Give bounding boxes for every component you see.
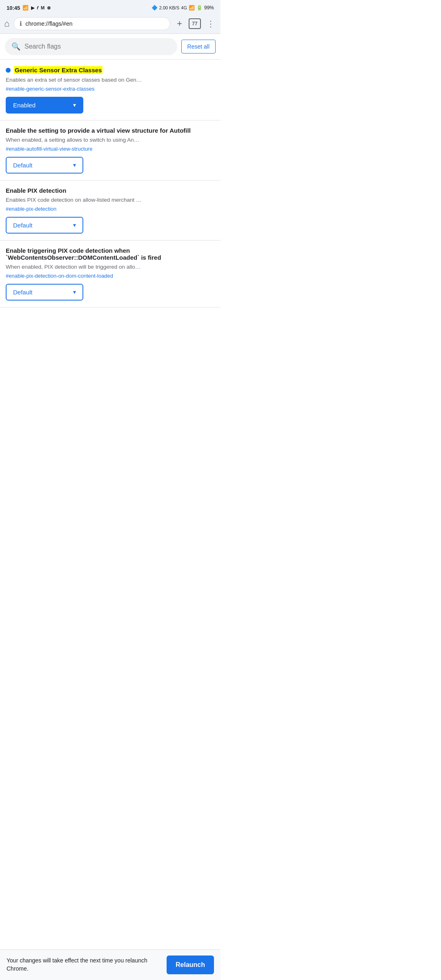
info-icon: ℹ [20, 20, 22, 27]
flag-dropdown-1[interactable]: Enabled ▾ [6, 97, 83, 114]
dropdown-value-4: Default [13, 289, 33, 296]
home-icon[interactable]: ⌂ [4, 18, 9, 29]
dropdown-value-1: Enabled [13, 102, 36, 109]
flag-link-3[interactable]: #enable-pix-detection [6, 206, 215, 212]
flag-title-row-4: Enable triggering PIX code detection whe… [6, 247, 215, 261]
search-input[interactable] [24, 43, 171, 50]
network-type: 4G [181, 5, 187, 10]
flag-dropdown-4[interactable]: Default ▾ [6, 284, 83, 301]
status-bar: 10:45 📶 ▶ f M ⊗ 🔷 2.00 KB/S 4G 📶 🔋 99% [0, 0, 220, 15]
flag-item-pix: Enable PIX detection Enables PIX code de… [0, 180, 220, 241]
add-tab-button[interactable]: + [174, 18, 185, 30]
dropdown-value-3: Default [13, 222, 33, 229]
status-right: 🔷 2.00 KB/S 4G 📶 🔋 99% [151, 5, 214, 11]
flag-link-4[interactable]: #enable-pix-detection-on-dom-content-loa… [6, 273, 215, 279]
tabs-count-button[interactable]: 77 [189, 18, 201, 29]
chevron-down-icon-1: ▾ [73, 102, 76, 108]
battery-percent: 99% [204, 5, 214, 11]
time-display: 10:45 [7, 5, 20, 11]
signal-icon-1: 📶 [22, 5, 29, 11]
url-display: chrome://flags/#en [25, 20, 72, 27]
flag-desc-4: When enabled, PIX detection will be trig… [6, 263, 215, 271]
flag-title-3: Enable PIX detection [6, 187, 66, 194]
address-bar[interactable]: ℹ chrome://flags/#en [13, 17, 170, 30]
gmail-icon: M [41, 5, 45, 10]
flag-desc-3: Enables PIX code detection on allow-list… [6, 196, 215, 204]
flag-link-2[interactable]: #enable-autofill-virtual-view-structure [6, 146, 215, 152]
app-icon-1: f [37, 5, 38, 10]
media-icon: ▶ [31, 5, 34, 11]
chevron-down-icon-2: ▾ [73, 162, 76, 168]
flag-desc-2: When enabled, a setting allows to switch… [6, 136, 215, 144]
flag-title-row-2: Enable the setting to provide a virtual … [6, 127, 215, 134]
battery-icon: 🔋 [196, 5, 203, 11]
flag-item-pix-dom: Enable triggering PIX code detection whe… [0, 241, 220, 307]
flag-desc-1: Enables an extra set of sensor classes b… [6, 76, 215, 84]
network-speed: 2.00 KB/S [159, 5, 180, 10]
flag-item-generic-sensor: Generic Sensor Extra Classes Enables an … [0, 60, 220, 120]
chevron-down-icon-4: ▾ [73, 289, 76, 295]
menu-button[interactable]: ⋮ [205, 18, 216, 29]
flag-title-1: Generic Sensor Extra Classes [14, 66, 102, 74]
app-icon-2: ⊗ [47, 5, 51, 11]
active-dot-icon [6, 68, 11, 73]
flag-title-row-1: Generic Sensor Extra Classes [6, 66, 215, 74]
flag-item-autofill: Enable the setting to provide a virtual … [0, 120, 220, 180]
search-section: 🔍 Reset all [0, 34, 220, 60]
flag-title-row-3: Enable PIX detection [6, 187, 215, 194]
flag-link-1[interactable]: #enable-generic-sensor-extra-classes [6, 86, 215, 92]
signal-bars-icon: 📶 [189, 5, 195, 11]
flag-title-4: Enable triggering PIX code detection whe… [6, 247, 215, 261]
flag-dropdown-3[interactable]: Default ▾ [6, 217, 83, 234]
flags-content: Generic Sensor Extra Classes Enables an … [0, 60, 220, 307]
flag-dropdown-2[interactable]: Default ▾ [6, 157, 83, 174]
browser-chrome: ⌂ ℹ chrome://flags/#en + 77 ⋮ [0, 15, 220, 34]
reset-all-button[interactable]: Reset all [181, 40, 216, 53]
chevron-down-icon-3: ▾ [73, 222, 76, 228]
search-bar-container: 🔍 [5, 38, 177, 55]
search-icon: 🔍 [11, 42, 20, 51]
flag-title-2: Enable the setting to provide a virtual … [6, 127, 191, 134]
dropdown-value-2: Default [13, 162, 33, 169]
status-time: 10:45 📶 ▶ f M ⊗ [7, 5, 51, 11]
bluetooth-icon: 🔷 [151, 5, 158, 11]
